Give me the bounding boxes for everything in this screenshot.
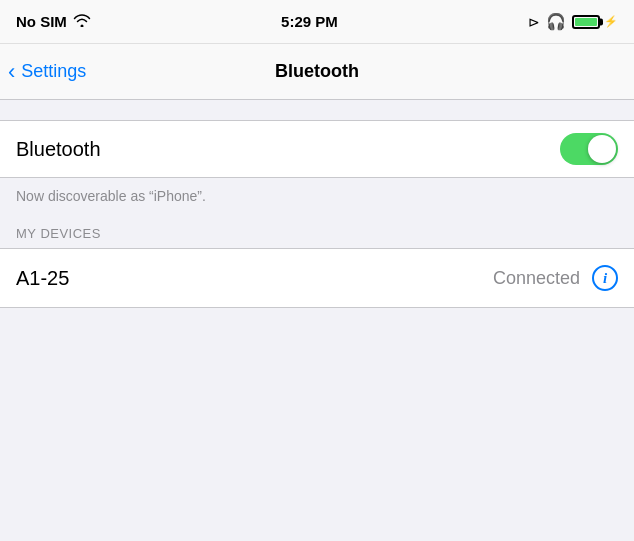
status-left: No SIM xyxy=(16,13,91,30)
device-section: A1-25 Connected i xyxy=(0,248,634,308)
discoverable-text: Now discoverable as “iPhone”. xyxy=(0,178,634,216)
battery-container: ⚡ xyxy=(572,15,618,29)
bluetooth-row: Bluetooth xyxy=(0,121,634,177)
back-label: Settings xyxy=(21,61,86,82)
toggle-knob xyxy=(588,135,616,163)
bluetooth-label: Bluetooth xyxy=(16,138,101,161)
charging-icon: ⚡ xyxy=(604,15,618,28)
navigation-icon: ⊳ xyxy=(528,14,540,30)
nav-bar: ‹ Settings Bluetooth xyxy=(0,44,634,100)
bluetooth-toggle[interactable] xyxy=(560,133,618,165)
content: Bluetooth Now discoverable as “iPhone”. … xyxy=(0,100,634,308)
wifi-icon xyxy=(73,13,91,30)
back-button[interactable]: ‹ Settings xyxy=(8,61,86,83)
info-icon: i xyxy=(603,270,607,287)
device-name: A1-25 xyxy=(16,267,69,290)
my-devices-label: MY DEVICES xyxy=(16,226,101,241)
status-right: ⊳ 🎧 ⚡ xyxy=(528,12,618,31)
device-right: Connected i xyxy=(493,265,618,291)
table-row: A1-25 Connected i xyxy=(0,249,634,307)
page-title: Bluetooth xyxy=(275,61,359,82)
status-time: 5:29 PM xyxy=(281,13,338,30)
battery-fill xyxy=(575,18,597,26)
device-status: Connected xyxy=(493,268,580,289)
info-button[interactable]: i xyxy=(592,265,618,291)
back-chevron-icon: ‹ xyxy=(8,61,15,83)
headphone-icon: 🎧 xyxy=(546,12,566,31)
bluetooth-section: Bluetooth xyxy=(0,120,634,178)
status-bar: No SIM 5:29 PM ⊳ 🎧 ⚡ xyxy=(0,0,634,44)
my-devices-header: MY DEVICES xyxy=(0,216,634,248)
top-spacer xyxy=(0,100,634,120)
battery-body xyxy=(572,15,600,29)
carrier-label: No SIM xyxy=(16,13,67,30)
